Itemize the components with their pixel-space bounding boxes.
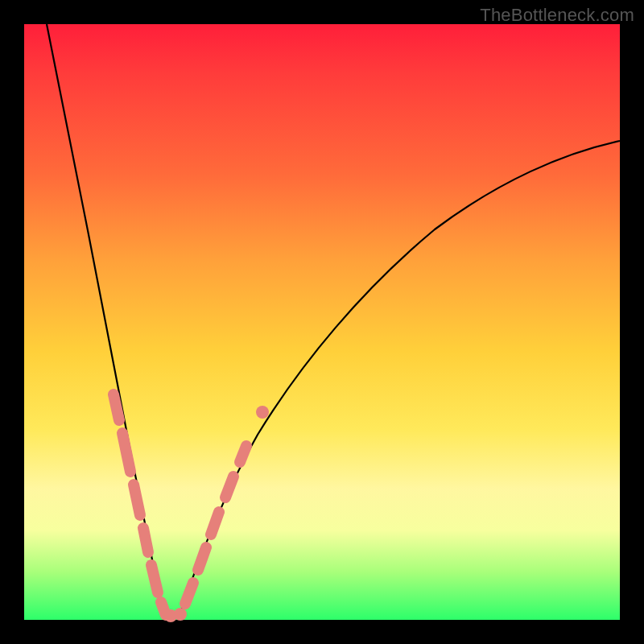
plot-area: [24, 24, 620, 620]
curve-path: [47, 24, 620, 617]
marker-trough-2: [174, 608, 187, 621]
marker-left-5: [151, 565, 158, 592]
marker-right-1: [185, 583, 193, 604]
watermark-text: TheBottleneck.com: [480, 5, 634, 26]
marker-left-1: [114, 394, 119, 420]
marker-right-4: [225, 477, 233, 497]
marker-right-5: [240, 446, 246, 462]
marker-right-3: [211, 512, 219, 535]
marker-left-3: [134, 485, 140, 515]
marker-right-6: [256, 406, 269, 419]
marker-left-2: [122, 433, 130, 472]
marker-left-4: [143, 528, 148, 552]
marker-right-2: [198, 547, 206, 570]
outer-frame: TheBottleneck.com: [0, 0, 644, 644]
bottleneck-curve: [24, 24, 620, 620]
